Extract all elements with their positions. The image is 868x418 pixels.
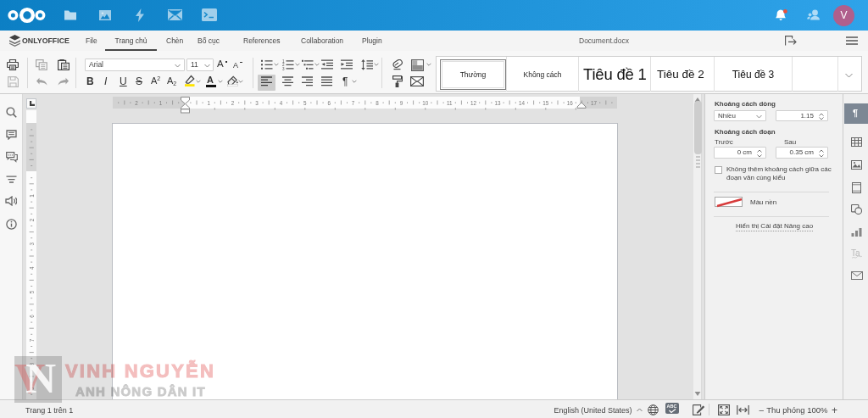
- svg-text:10: 10: [422, 99, 429, 105]
- svg-text:8: 8: [376, 99, 379, 105]
- svg-text:6: 6: [327, 99, 331, 105]
- svg-text:2: 2: [231, 99, 235, 105]
- svg-text:16: 16: [566, 99, 573, 105]
- svg-text:1: 1: [29, 194, 35, 198]
- svg-text:2: 2: [135, 99, 138, 105]
- svg-text:7: 7: [29, 338, 35, 342]
- svg-text:6: 6: [29, 315, 35, 318]
- svg-text:15: 15: [542, 99, 549, 105]
- svg-text:5: 5: [29, 290, 35, 293]
- svg-text:4: 4: [29, 266, 35, 270]
- svg-text:4: 4: [279, 99, 282, 105]
- svg-text:2: 2: [29, 218, 35, 221]
- svg-text:1: 1: [207, 99, 210, 105]
- svg-text:5: 5: [303, 99, 307, 105]
- svg-text:3: 3: [282, 67, 285, 70]
- svg-text:3: 3: [255, 99, 259, 105]
- svg-text:3: 3: [29, 242, 35, 246]
- svg-text:9: 9: [399, 99, 403, 105]
- svg-text:12: 12: [470, 99, 477, 105]
- svg-text:7: 7: [352, 99, 355, 105]
- svg-text:17: 17: [591, 99, 598, 105]
- svg-text:13: 13: [494, 99, 501, 105]
- svg-text:11: 11: [447, 99, 453, 105]
- svg-text:14: 14: [519, 99, 526, 105]
- svg-text:1: 1: [159, 99, 162, 105]
